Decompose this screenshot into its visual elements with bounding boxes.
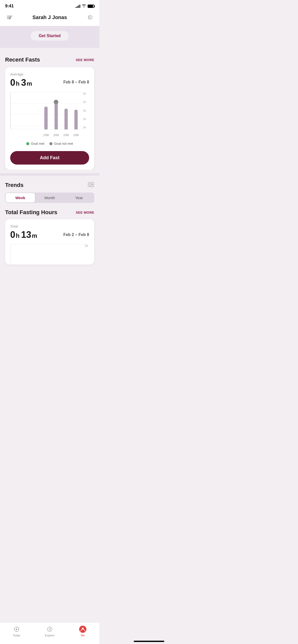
section-divider — [0, 173, 99, 176]
bar-col-5 — [51, 92, 61, 129]
total-label: Total — [10, 224, 37, 228]
svg-point-3 — [91, 182, 93, 184]
total-fasting-card: Total 0h 13m Feb 2 – Feb 8 24 — [5, 219, 94, 265]
recent-fasts-title: Recent Fasts — [5, 56, 40, 63]
time-period-selector: Week Month Year — [5, 193, 94, 203]
bar-col-4 — [41, 92, 51, 129]
x-label-4: 2/08 — [41, 134, 51, 137]
bar-col-6 — [61, 92, 71, 129]
status-icons — [76, 4, 94, 8]
bar-col-3 — [31, 92, 41, 129]
gear-icon — [86, 14, 93, 21]
minutes-unit: m — [27, 80, 32, 87]
settings-button[interactable] — [85, 13, 94, 22]
total-fasting-chart-preview: 24 — [10, 244, 89, 265]
trends-filter-button[interactable] — [88, 182, 94, 188]
total-fasting-title: Total Fasting Hours — [5, 209, 57, 216]
battery-icon — [88, 5, 94, 8]
legend-goal-not-met: Goal not met — [49, 142, 73, 145]
goal-dot — [54, 100, 58, 104]
get-started-button[interactable]: Get Started — [31, 31, 69, 41]
signal-icon — [76, 4, 80, 8]
status-bar: 9:41 — [0, 0, 99, 11]
get-started-section: Get Started — [0, 26, 99, 48]
trends-title: Trends — [5, 182, 23, 188]
total-fasting-see-more[interactable]: SEE MORE — [76, 211, 94, 214]
chart-max-label: 24 — [85, 244, 88, 248]
bar-col-1 — [11, 92, 21, 129]
recent-fasts-see-more[interactable]: SEE MORE — [76, 58, 94, 62]
trends-section: Trends Week Month Year — [0, 176, 99, 203]
average-minutes: 3 — [21, 77, 26, 88]
year-tab[interactable]: Year — [64, 193, 94, 202]
recent-fasts-section: Recent Fasts SEE MORE Average 0h 3m Feb … — [0, 51, 99, 170]
total-fasting-section: Total Fasting Hours SEE MORE Total 0h 13… — [0, 208, 99, 290]
y-label-3: 0h — [83, 118, 89, 121]
bar-col-7 — [71, 92, 81, 129]
x-label-1 — [11, 134, 21, 137]
recent-fasts-card: Average 0h 3m Feb 8 – Feb 8 0h 0h 0h 0h … — [5, 67, 94, 170]
legend-goal-met: Goal met — [26, 142, 44, 145]
y-label-0: 0h — [83, 92, 89, 95]
total-date-range: Feb 2 – Feb 8 — [63, 232, 89, 237]
wifi-icon — [82, 4, 86, 8]
recent-fasts-chart: 0h 0h 0h 0h 0h — [10, 92, 89, 137]
total-value-display: 0h 13m — [10, 229, 37, 240]
average-value: 0h 3m — [10, 77, 32, 88]
average-label: Average — [10, 72, 32, 76]
x-label-2 — [21, 134, 31, 137]
page-title: Sarah J Jonas — [32, 14, 67, 20]
chart-legend: Goal met Goal not met — [10, 142, 89, 145]
week-tab[interactable]: Week — [6, 193, 35, 202]
svg-point-5 — [91, 186, 93, 187]
svg-point-4 — [89, 184, 91, 186]
app-header: Sarah J Jonas — [0, 11, 99, 26]
y-label-4: 0h — [83, 126, 89, 129]
bar-col-2 — [21, 92, 31, 129]
add-fast-button[interactable]: Add Fast — [10, 151, 89, 165]
recent-fasts-date-range: Feb 8 – Feb 8 — [63, 80, 89, 84]
sliders-icon — [88, 182, 94, 187]
y-label-1: 0h — [83, 100, 89, 104]
x-label-6: 2/08 — [61, 134, 71, 137]
status-time: 9:41 — [5, 4, 14, 9]
filter-button[interactable] — [5, 13, 14, 22]
month-tab[interactable]: Month — [35, 193, 64, 202]
x-label-3 — [31, 134, 41, 137]
x-label-5: 2/08 — [51, 134, 61, 137]
hours-unit: h — [16, 80, 20, 87]
y-label-2: 0h — [83, 109, 89, 112]
average-hours: 0 — [10, 77, 15, 88]
x-label-7: 2/08 — [71, 134, 81, 137]
